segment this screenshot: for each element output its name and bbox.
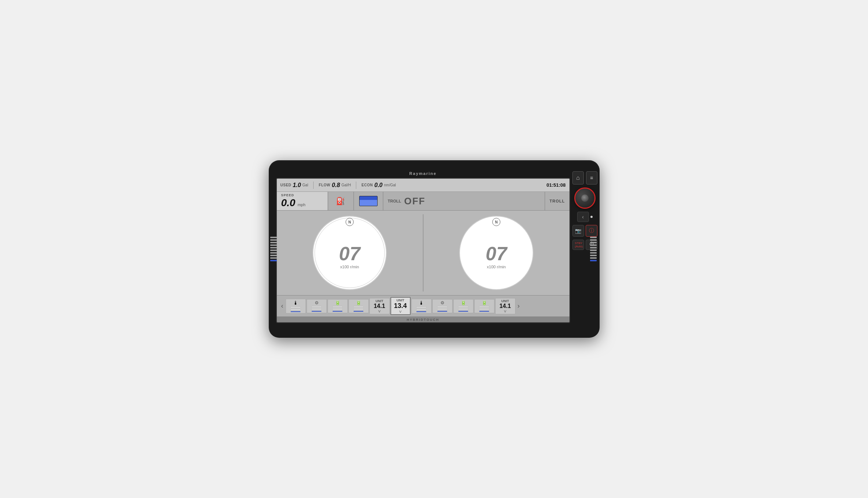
bars-7 xyxy=(458,306,468,312)
back-icon: ‹ xyxy=(582,214,584,220)
brand-label: Raymarine xyxy=(276,171,570,176)
stby-button[interactable]: STBY(Auto) xyxy=(572,240,584,250)
unit-label-2: UNIT xyxy=(501,299,509,303)
gauges-wrapper: N 07 x100 r/min N xyxy=(277,211,569,295)
status-bar: ‹ 🌡 ⚙ xyxy=(277,295,569,316)
battery-icon-2: 🔋 xyxy=(356,300,361,305)
screen-area: Raymarine USED 1.0 Gal FLOW 0.8 Gal/H xyxy=(269,168,570,327)
bar-filled xyxy=(353,311,364,312)
back-button[interactable]: ‹ xyxy=(577,212,589,222)
bar-filled xyxy=(290,311,301,312)
bar xyxy=(311,308,322,310)
status-item-batt-1[interactable]: 🔋 xyxy=(328,299,348,313)
bar xyxy=(479,308,489,310)
flow-section: FLOW 0.8 Gal/H xyxy=(319,182,351,189)
fuel-level-bar xyxy=(359,196,378,206)
left-gauge-panel[interactable]: N 07 x100 r/min xyxy=(277,211,423,295)
speed-section: SPEED 0.0 mph xyxy=(277,192,328,210)
econ-label: ECON xyxy=(361,183,373,187)
bar xyxy=(353,308,364,310)
bar xyxy=(332,308,343,310)
status-item-temp-1[interactable]: 🌡 xyxy=(286,299,306,314)
right-gauge-value: 07 xyxy=(486,244,507,263)
unit-unit-highlight: V xyxy=(399,310,401,314)
bars-8 xyxy=(479,306,489,312)
bar xyxy=(479,306,489,308)
engine-icon-1: ⚙ xyxy=(315,300,319,305)
bar xyxy=(458,306,468,308)
instrument-row: SPEED 0.0 mph ⛽ TROLL OFF xyxy=(277,192,569,211)
bar-filled xyxy=(437,311,447,312)
bars-2 xyxy=(311,306,322,312)
left-gauge-reading: 07 x100 r/min xyxy=(339,244,360,269)
unit-label-highlight: UNIT xyxy=(397,298,404,302)
troll-section: TROLL OFF xyxy=(383,192,545,210)
bar xyxy=(311,306,322,308)
used-value: 1.0 xyxy=(293,182,301,189)
used-label: USED xyxy=(281,183,292,187)
status-item-batt-3[interactable]: 🔋 xyxy=(453,299,474,313)
device: Raymarine USED 1.0 Gal FLOW 0.8 Gal/H xyxy=(269,160,600,338)
sep1 xyxy=(313,182,314,189)
unit-display-1[interactable]: UNIT 14.1 V xyxy=(369,298,390,314)
screenshot-button[interactable]: 📷 xyxy=(572,225,584,237)
speed-value-row: 0.0 mph xyxy=(281,197,323,209)
main-screen: USED 1.0 Gal FLOW 0.8 Gal/H ECON 0.0 nm/… xyxy=(276,178,570,323)
fuel-pump-icon: ⛽ xyxy=(336,197,345,205)
flow-value: 0.8 xyxy=(332,182,340,189)
bar xyxy=(332,306,343,308)
top-info-bar: USED 1.0 Gal FLOW 0.8 Gal/H ECON 0.0 nm/… xyxy=(277,179,569,192)
unit-display-highlight[interactable]: UNIT 13.4 V xyxy=(390,297,411,315)
temp-icon-1: 🌡 xyxy=(293,300,298,306)
unit-value-2: 14.1 xyxy=(499,303,511,309)
unit-unit-2: V xyxy=(504,309,506,313)
stby-label: STBY(Auto) xyxy=(575,241,583,248)
status-item-engine-1[interactable]: ⚙ xyxy=(307,299,327,313)
next-arrow[interactable]: › xyxy=(516,302,521,310)
unit-unit-1: V xyxy=(378,309,381,313)
sep2 xyxy=(356,182,356,189)
home-icon: ⌂ xyxy=(576,175,580,181)
temp-icon-2: 🌡 xyxy=(419,300,424,306)
bar xyxy=(416,307,426,308)
hybridtouch-label: HYBRIDTOUCH xyxy=(277,316,569,322)
econ-value: 0.0 xyxy=(374,182,382,189)
right-gauge-panel[interactable]: N 07 x100 r/min xyxy=(424,211,569,295)
right-gauge-reading: 07 x100 r/min xyxy=(486,244,507,269)
status-item-batt-2[interactable]: 🔋 xyxy=(349,299,369,313)
battery-icon-4: 🔋 xyxy=(482,300,487,305)
right-gauge-sub: x100 r/min xyxy=(487,265,506,269)
bars-3 xyxy=(332,306,343,312)
used-unit: Gal xyxy=(303,183,308,187)
speed-value: 0.0 xyxy=(281,197,296,209)
bar xyxy=(416,309,426,310)
battery-icon-1: 🔋 xyxy=(335,300,340,305)
troll-label: TROLL xyxy=(388,199,401,203)
status-item-temp-2[interactable]: 🌡 xyxy=(411,299,432,314)
left-gauge-value: 07 xyxy=(339,244,360,263)
troll-right-label: TROLL xyxy=(550,199,565,203)
bar xyxy=(353,306,364,308)
bar-filled xyxy=(416,311,426,312)
rotary-inner xyxy=(581,194,589,202)
prev-arrow[interactable]: ‹ xyxy=(280,302,285,310)
bars-5 xyxy=(416,307,426,312)
bar xyxy=(290,309,301,310)
left-gauge-north: N xyxy=(346,218,354,226)
home-button[interactable]: ⌂ xyxy=(572,171,584,184)
battery-icon-3: 🔋 xyxy=(461,300,466,305)
unit-display-2[interactable]: UNIT 14.1 V xyxy=(495,298,515,314)
left-gauge-sub: x100 r/min xyxy=(340,265,359,269)
econ-unit: nm/Gal xyxy=(384,183,396,187)
status-item-batt-4[interactable]: 🔋 xyxy=(474,299,494,313)
bars-1 xyxy=(290,307,301,312)
flow-label: FLOW xyxy=(319,183,330,187)
time-display: 01:51:08 xyxy=(546,182,565,188)
status-item-engine-2[interactable]: ⚙ xyxy=(432,299,453,313)
bars-6 xyxy=(437,306,447,312)
speed-label: SPEED xyxy=(281,193,323,197)
engine-icon-2: ⚙ xyxy=(440,300,444,305)
speed-unit: mph xyxy=(297,203,305,207)
bar xyxy=(458,308,468,310)
fuel-bar-section xyxy=(354,192,383,210)
